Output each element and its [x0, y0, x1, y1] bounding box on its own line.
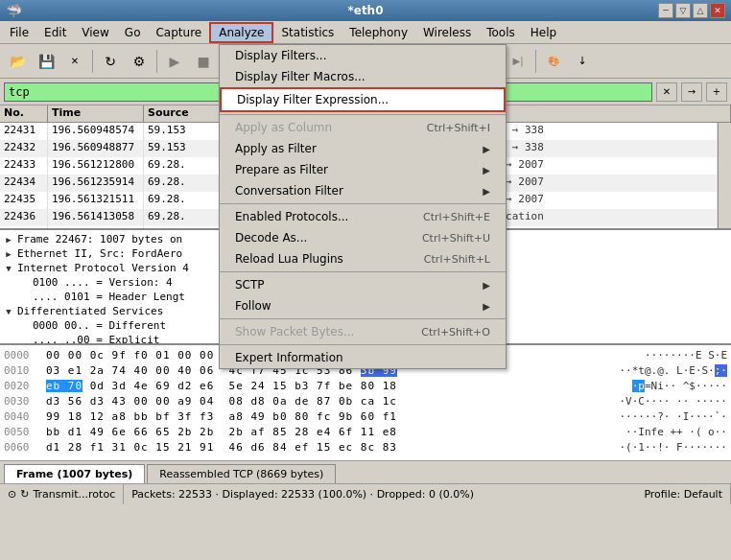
menu-go[interactable]: Go: [117, 22, 149, 43]
menu-statistics[interactable]: Statistics: [273, 22, 342, 43]
menu-expert-info[interactable]: Expert Information: [220, 347, 506, 368]
menu-wireless[interactable]: Wireless: [415, 22, 479, 43]
menu-apply-as-column: Apply as Column Ctrl+Shift+I: [220, 117, 506, 138]
filter-add-button[interactable]: +: [706, 82, 727, 102]
menu-display-filter-macros[interactable]: Display Filter Macros...: [220, 66, 506, 87]
status-icon-1: ⊙: [8, 488, 16, 501]
menu-sep-2: [220, 203, 506, 204]
toolbar-sep-2: [156, 50, 157, 73]
col-time: Time: [48, 105, 144, 122]
menu-apply-as-filter[interactable]: Apply as Filter ▶: [220, 138, 506, 159]
menu-display-filter-expression[interactable]: Display Filter Expression...: [220, 87, 506, 112]
menu-show-packet-bytes: Show Packet Bytes... Ctrl+Shift+O: [220, 321, 506, 342]
menu-sep-5: [220, 344, 506, 345]
menubar: File Edit View Go Capture Analyze Statis…: [0, 21, 731, 44]
status-packets: Packets: 22533 · Displayed: 22533 (100.0…: [124, 488, 636, 501]
filter-apply-button[interactable]: →: [681, 82, 702, 102]
col-info: Info: [470, 105, 731, 122]
filter-clear-button[interactable]: ✕: [656, 82, 677, 102]
titlebar-title: *eth0: [0, 4, 731, 17]
menu-telephony[interactable]: Telephony: [342, 22, 415, 43]
status-icon-2: ↻: [20, 488, 29, 501]
menu-sctp[interactable]: SCTP ▶: [220, 274, 506, 295]
menu-reload-lua[interactable]: Reload Lua Plugins Ctrl+Shift+L: [220, 248, 506, 269]
statusbar: ⊙ ↻ Transmit...rotoc Packets: 22533 · Di…: [0, 483, 731, 504]
menu-decode-as[interactable]: Decode As... Ctrl+Shift+U: [220, 227, 506, 248]
menu-sep-4: [220, 318, 506, 319]
minimize-button[interactable]: ─: [658, 3, 673, 18]
status-transmit-text: Transmit...rotoc: [33, 488, 115, 501]
maximize-button[interactable]: △: [693, 3, 708, 18]
bottom-tabs: Frame (1007 bytes) Reassembled TCP (8669…: [0, 460, 731, 483]
menu-tools[interactable]: Tools: [479, 22, 523, 43]
autoscroll-button[interactable]: ↓: [569, 48, 596, 75]
menu-conversation-filter[interactable]: Conversation Filter ▶: [220, 180, 506, 201]
hex-row: 0030 d3 56 d3 43 00 00 a9 04 08 d8 0a de…: [4, 393, 727, 408]
capture-options-button[interactable]: ⚙: [126, 48, 153, 75]
jump-last-button[interactable]: ▶|: [505, 48, 531, 75]
hex-row: 0050 bb d1 49 6e 66 65 2b 2b 2b af 85 28…: [4, 424, 727, 439]
toolbar-sep-1: [92, 50, 93, 73]
expand-icon[interactable]: ▼: [4, 264, 13, 273]
toolbar-sep-7: [535, 50, 536, 73]
titlebar-controls: ─ ▽ △ ✕: [658, 3, 725, 18]
menu-display-filters[interactable]: Display Filters...: [220, 45, 506, 66]
menu-sep-1: [220, 114, 506, 115]
status-profile: Profile: Default: [636, 484, 731, 504]
analyze-dropdown: Display Filters... Display Filter Macros…: [219, 44, 507, 369]
tab-frame[interactable]: Frame (1007 bytes): [4, 464, 145, 483]
menu-enabled-protocols[interactable]: Enabled Protocols... Ctrl+Shift+E: [220, 206, 506, 227]
start-capture-button[interactable]: ▶: [161, 48, 188, 75]
hex-row: 0040 99 18 12 a8 bb bf 3f f3 a8 49 b0 80…: [4, 408, 727, 424]
tab-reassembled-tcp[interactable]: Reassembled TCP (8669 bytes): [147, 464, 336, 483]
menu-view[interactable]: View: [74, 22, 116, 43]
titlebar: 🦈 *eth0 ─ ▽ △ ✕: [0, 0, 731, 21]
menu-file[interactable]: File: [2, 22, 36, 43]
restore-button[interactable]: ▽: [675, 3, 691, 18]
menu-help[interactable]: Help: [523, 22, 564, 43]
close-capture-button[interactable]: ✕: [61, 48, 88, 75]
save-button[interactable]: 💾: [33, 48, 59, 75]
stop-capture-button[interactable]: ■: [190, 48, 217, 75]
menu-analyze[interactable]: Analyze: [209, 22, 273, 43]
menu-sep-3: [220, 271, 506, 272]
menu-edit[interactable]: Edit: [36, 22, 74, 43]
hex-row: 0060 d1 28 f1 31 0c 15 21 91 46 d6 84 ef…: [4, 439, 727, 455]
reload-button[interactable]: ↻: [97, 48, 124, 75]
expand-icon[interactable]: ▶: [4, 235, 13, 245]
expand-icon[interactable]: ▶: [4, 249, 13, 259]
expand-icon[interactable]: ▼: [4, 307, 13, 316]
status-transmit: ⊙ ↻ Transmit...rotoc: [0, 484, 124, 504]
app-icon: 🦈: [6, 3, 22, 18]
hex-row: 0020 eb 70 0d 3d 4e 69 d2 e6 5e 24 15 b3…: [4, 378, 727, 393]
packet-list-scrollbar[interactable]: [718, 123, 731, 228]
col-no: No.: [0, 105, 48, 122]
colorize-button[interactable]: 🎨: [540, 48, 567, 75]
menu-follow[interactable]: Follow ▶: [220, 295, 506, 316]
titlebar-left: 🦈: [6, 3, 22, 18]
menu-prepare-as-filter[interactable]: Prepare as Filter ▶: [220, 159, 506, 180]
menu-capture[interactable]: Capture: [148, 22, 209, 43]
close-button[interactable]: ✕: [710, 3, 725, 18]
open-button[interactable]: 📂: [4, 48, 31, 75]
